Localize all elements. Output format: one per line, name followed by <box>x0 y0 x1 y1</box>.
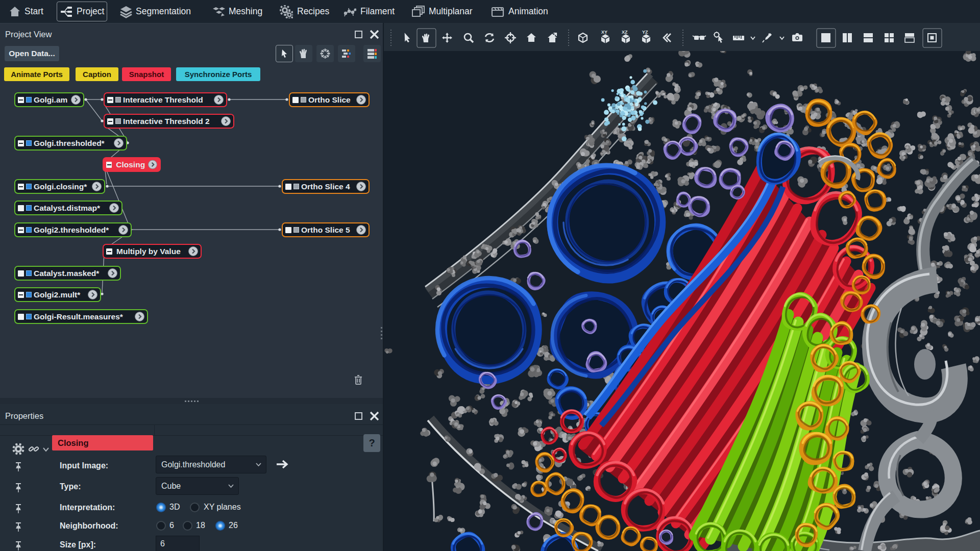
svg-text:YZ: YZ <box>642 30 648 35</box>
svg-text:XY: XY <box>601 30 607 35</box>
svg-text:XZ: XZ <box>622 30 628 35</box>
